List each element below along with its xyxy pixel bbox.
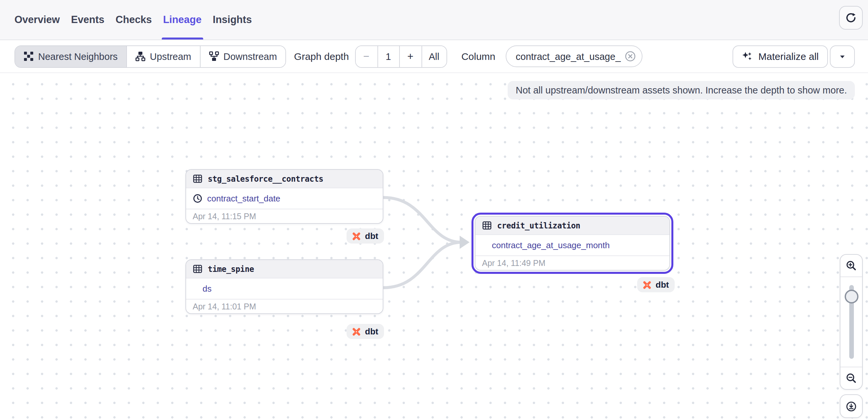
dbt-badge-label: dbt	[365, 231, 378, 241]
tab-overview[interactable]: Overview	[14, 0, 60, 39]
mode-downstream[interactable]: Downstream	[200, 46, 286, 67]
zoom-out-button[interactable]	[840, 367, 862, 389]
nearest-neighbors-icon	[24, 51, 34, 61]
node-footer: Apr 14, 11:49 PM	[475, 256, 670, 270]
dbt-badge: dbt	[346, 228, 384, 244]
node-footer: Apr 14, 11:01 PM	[186, 300, 383, 313]
node-credit-utilization-selected[interactable]: credit_utilization contract_age_at_usage…	[471, 213, 673, 274]
dbt-logo-icon	[351, 231, 362, 241]
circle-x-icon[interactable]	[625, 51, 636, 62]
sparkles-icon	[742, 51, 753, 62]
mode-label: Downstream	[224, 51, 277, 61]
dbt-badge-label: dbt	[656, 280, 669, 290]
node-timestamp: Apr 14, 11:15 PM	[193, 212, 256, 221]
column-chip-text: contract_age_at_usage_	[516, 51, 621, 61]
dbt-badge-label: dbt	[365, 327, 378, 336]
column-name: contract_age_at_usage_month	[492, 240, 610, 250]
table-icon	[193, 264, 203, 274]
node-column-row[interactable]: ds	[186, 278, 383, 300]
node-credit-utilization[interactable]: credit_utilization contract_age_at_usage…	[475, 216, 670, 271]
node-time-spine[interactable]: time_spine ds Apr 14, 11:01 PM	[185, 259, 383, 314]
upstream-icon	[135, 51, 145, 61]
downstream-icon	[209, 51, 219, 61]
node-header: time_spine	[186, 260, 383, 278]
node-header: credit_utilization	[475, 217, 670, 235]
clock-icon	[193, 194, 203, 203]
tab-lineage[interactable]: Lineage	[163, 0, 202, 39]
dbt-badge: dbt	[637, 277, 675, 292]
node-timestamp: Apr 14, 11:01 PM	[193, 302, 256, 311]
node-timestamp: Apr 14, 11:49 PM	[482, 258, 546, 268]
table-icon	[482, 221, 492, 230]
dbt-logo-icon	[351, 326, 362, 337]
mode-label: Nearest Neighbors	[38, 51, 118, 61]
graph-depth-stepper: − 1 + All	[355, 45, 447, 67]
tab-insights[interactable]: Insights	[213, 0, 252, 39]
zoom-out-icon	[845, 372, 857, 384]
tab-checks[interactable]: Checks	[116, 0, 152, 39]
depth-all-button[interactable]: All	[422, 46, 446, 67]
lineage-edges	[0, 73, 868, 420]
depth-notice: Not all upstream/downstream assets shown…	[508, 81, 855, 100]
materialize-dropdown-button[interactable]	[830, 45, 855, 67]
graph-depth-label: Graph depth	[294, 51, 349, 62]
node-column-row[interactable]: contract_start_date	[186, 188, 383, 209]
materialize-all-label: Materialize all	[758, 51, 819, 62]
column-name: contract_start_date	[207, 194, 280, 203]
depth-decrement-button[interactable]: −	[355, 46, 378, 67]
lineage-canvas[interactable]: Not all upstream/downstream assets shown…	[0, 73, 868, 420]
lineage-toolbar: Nearest Neighbors Upstream	[0, 40, 868, 73]
refresh-button[interactable]	[839, 6, 863, 30]
mode-segmented-control: Nearest Neighbors Upstream	[14, 45, 286, 67]
center-view-button[interactable]	[840, 394, 863, 418]
depth-value: 1	[378, 46, 400, 67]
materialize-all-button[interactable]: Materialize all	[733, 45, 828, 67]
lineage-page: Overview Events Checks Lineage Insights	[0, 0, 868, 420]
mode-label: Upstream	[150, 51, 191, 61]
zoom-in-icon	[845, 260, 857, 272]
zoom-control-panel	[840, 254, 863, 390]
node-header: stg_salesforce__contracts	[186, 170, 383, 188]
dbt-badge: dbt	[346, 324, 384, 339]
refresh-icon	[845, 12, 857, 24]
column-filter-chip[interactable]: contract_age_at_usage_	[506, 46, 643, 67]
zoom-slider	[840, 277, 862, 367]
center-view-icon	[846, 400, 857, 412]
column-label: Column	[461, 51, 495, 62]
zoom-in-button[interactable]	[840, 255, 862, 277]
node-column-row[interactable]: contract_age_at_usage_month	[475, 235, 670, 256]
column-name: ds	[203, 284, 211, 293]
node-stg-salesforce-contracts[interactable]: stg_salesforce__contracts contract_start…	[185, 169, 383, 224]
table-icon	[193, 174, 203, 184]
dbt-logo-icon	[642, 279, 652, 290]
depth-increment-button[interactable]: +	[400, 46, 422, 67]
node-title: stg_salesforce__contracts	[208, 174, 323, 183]
mode-nearest-neighbors[interactable]: Nearest Neighbors	[15, 46, 127, 67]
mode-upstream[interactable]: Upstream	[127, 46, 200, 67]
tab-events[interactable]: Events	[71, 0, 104, 39]
node-title: time_spine	[208, 264, 254, 274]
top-nav: Overview Events Checks Lineage Insights	[0, 0, 868, 40]
materialize-split-button: Materialize all	[733, 45, 855, 67]
edge-arrowhead	[460, 236, 469, 249]
chevron-down-icon	[838, 52, 846, 60]
zoom-slider-handle[interactable]	[844, 290, 858, 304]
node-footer: Apr 14, 11:15 PM	[186, 209, 383, 223]
node-title: credit_utilization	[497, 221, 580, 230]
